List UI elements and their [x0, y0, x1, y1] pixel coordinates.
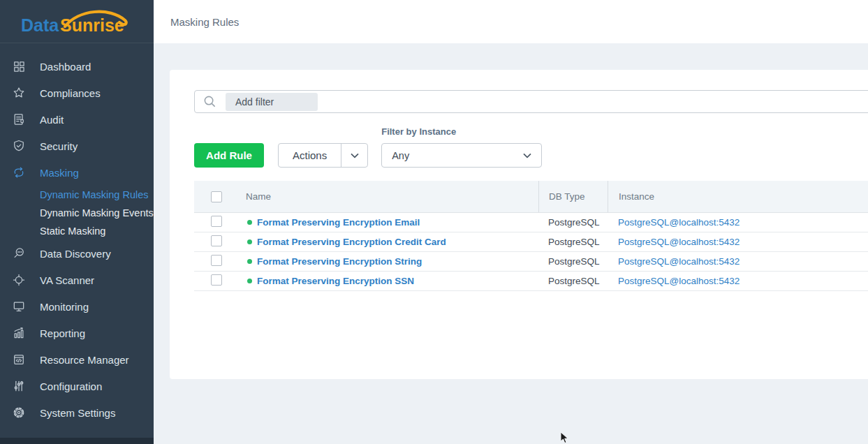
sidebar-item-label: Reporting — [40, 327, 85, 339]
sidebar-item-configuration[interactable]: Configuration — [0, 373, 154, 399]
table-row: Format Preserving Encryption Email Postg… — [194, 213, 868, 232]
sidebar-bottom-strip — [0, 438, 154, 444]
sidebar-item-label: Compliances — [40, 87, 101, 99]
sidebar-item-masking[interactable]: Masking — [0, 159, 154, 186]
topbar: Masking Rules — [154, 0, 868, 43]
mouse-cursor-icon — [560, 431, 570, 444]
instance-link[interactable]: PostgreSQL@localhost:5432 — [618, 276, 740, 286]
sidebar-item-security[interactable]: Security — [0, 133, 154, 159]
audit-document-icon — [12, 112, 26, 126]
logo-text-data: Data — [21, 15, 59, 35]
instance-filter-select[interactable]: Any — [381, 143, 542, 168]
db-type-value: PostgreSQL — [538, 276, 608, 286]
sidebar-item-label: Security — [40, 140, 78, 152]
controls-row: Add Rule Actions Filter by Instance Any — [194, 126, 868, 168]
select-all-checkbox[interactable] — [211, 191, 222, 202]
sidebar-item-audit[interactable]: Audit — [0, 106, 154, 133]
rule-name-link[interactable]: Format Preserving Encryption String — [247, 256, 538, 267]
sidebar-item-label: Dashboard — [40, 61, 91, 73]
actions-dropdown-toggle[interactable] — [341, 144, 367, 167]
add-filter-token[interactable]: Add filter — [226, 93, 318, 111]
sidebar-item-system-settings[interactable]: System Settings — [0, 399, 154, 426]
db-type-value: PostgreSQL — [538, 237, 608, 247]
sidebar-item-label: Resource Manager — [40, 354, 129, 366]
column-header-name: Name — [237, 181, 538, 212]
sidebar-item-dashboard[interactable]: Dashboard — [0, 53, 154, 80]
subitem-label: Static Masking — [40, 225, 105, 237]
masking-loop-icon — [12, 165, 26, 179]
page-title: Masking Rules — [170, 16, 239, 28]
row-checkbox[interactable] — [211, 255, 222, 266]
search-icon — [203, 95, 216, 108]
instance-link[interactable]: PostgreSQL@localhost:5432 — [618, 237, 740, 247]
row-checkbox[interactable] — [211, 216, 222, 227]
instance-link[interactable]: PostgreSQL@localhost:5432 — [618, 217, 740, 228]
masking-rules-table: Name DB Type Instance Format Preserving … — [194, 181, 868, 291]
content-area: Add filter Add Rule Actions Fi — [154, 43, 868, 444]
row-checkbox[interactable] — [211, 235, 222, 246]
shield-check-icon — [12, 139, 26, 153]
instance-link[interactable]: PostgreSQL@localhost:5432 — [618, 256, 740, 267]
rule-name-link[interactable]: Format Preserving Encryption Email — [247, 217, 538, 228]
row-checkbox[interactable] — [211, 274, 222, 286]
sidebar-item-label: Data Discovery — [40, 248, 111, 260]
sidebar-nav: Dashboard Compliances Audit Security — [0, 43, 154, 426]
instance-filter-value: Any — [392, 150, 409, 161]
monitor-icon — [12, 299, 26, 313]
filter-by-instance-label: Filter by Instance — [381, 126, 542, 137]
column-header-instance: Instance — [608, 181, 868, 212]
logo-text-sunrise: Sunrise — [60, 15, 124, 35]
app-root: Data Sunrise Dashboard Compliances — [0, 0, 868, 444]
masking-subnav: Dynamic Masking Rules Dynamic Masking Ev… — [0, 186, 154, 240]
sidebar-item-resource-manager[interactable]: Resource Manager — [0, 346, 154, 373]
table-row: Format Preserving Encryption String Post… — [194, 252, 868, 272]
sliders-icon — [12, 379, 26, 393]
gear-icon — [12, 406, 26, 420]
sidebar-item-va-scanner[interactable]: VA Scanner — [0, 267, 154, 293]
brand-logo: Data Sunrise — [0, 0, 154, 43]
status-dot-enabled — [247, 220, 252, 225]
sidebar-subitem-static-masking[interactable]: Static Masking — [0, 222, 154, 240]
sidebar-item-label: System Settings — [40, 407, 115, 419]
subitem-label: Dynamic Masking Rules — [40, 189, 149, 200]
actions-label[interactable]: Actions — [279, 144, 341, 167]
scanner-target-icon — [12, 273, 26, 287]
instance-filter-group: Filter by Instance Any — [381, 126, 542, 168]
table-row: Format Preserving Encryption Credit Card… — [194, 232, 868, 252]
subitem-label: Dynamic Masking Events — [40, 207, 154, 219]
chevron-down-icon — [523, 153, 531, 158]
sidebar-item-monitoring[interactable]: Monitoring — [0, 293, 154, 320]
sidebar-item-data-discovery[interactable]: Data Discovery — [0, 240, 154, 267]
bar-chart-icon — [12, 326, 26, 340]
db-type-value: PostgreSQL — [538, 256, 608, 267]
add-rule-button[interactable]: Add Rule — [194, 143, 264, 168]
filter-search-bar[interactable]: Add filter — [194, 90, 868, 113]
rule-name-link[interactable]: Format Preserving Encryption SSN — [247, 276, 538, 286]
sidebar-subitem-dynamic-masking-events[interactable]: Dynamic Masking Events — [0, 204, 154, 222]
sidebar-subitem-dynamic-masking-rules[interactable]: Dynamic Masking Rules — [0, 186, 154, 204]
status-dot-enabled — [247, 259, 252, 264]
sidebar-item-compliances[interactable]: Compliances — [0, 80, 154, 106]
rule-name-link[interactable]: Format Preserving Encryption Credit Card — [247, 237, 538, 247]
masking-rules-card: Add filter Add Rule Actions Fi — [170, 70, 868, 379]
dashboard-grid-icon — [12, 59, 26, 73]
sidebar: Data Sunrise Dashboard Compliances — [0, 0, 154, 444]
column-header-db-type: DB Type — [538, 181, 608, 212]
discovery-magnifier-icon — [12, 246, 26, 260]
table-header: Name DB Type Instance — [194, 181, 868, 213]
table-row: Format Preserving Encryption SSN Postgre… — [194, 272, 868, 291]
db-type-value: PostgreSQL — [538, 217, 608, 228]
chevron-down-icon — [351, 153, 359, 158]
sidebar-item-label: VA Scanner — [40, 274, 94, 286]
sidebar-item-reporting[interactable]: Reporting — [0, 320, 154, 346]
sidebar-item-label: Masking — [40, 167, 79, 179]
datasunrise-logo-icon: Data Sunrise — [20, 6, 133, 38]
sidebar-item-label: Monitoring — [40, 301, 89, 313]
main-area: Masking Rules Add filter Add Rule Action… — [154, 0, 868, 444]
status-dot-enabled — [247, 279, 252, 283]
star-icon — [12, 86, 26, 100]
sidebar-item-label: Audit — [40, 114, 64, 126]
status-dot-enabled — [247, 239, 252, 244]
sidebar-item-label: Configuration — [40, 380, 102, 392]
actions-button[interactable]: Actions — [278, 143, 368, 168]
